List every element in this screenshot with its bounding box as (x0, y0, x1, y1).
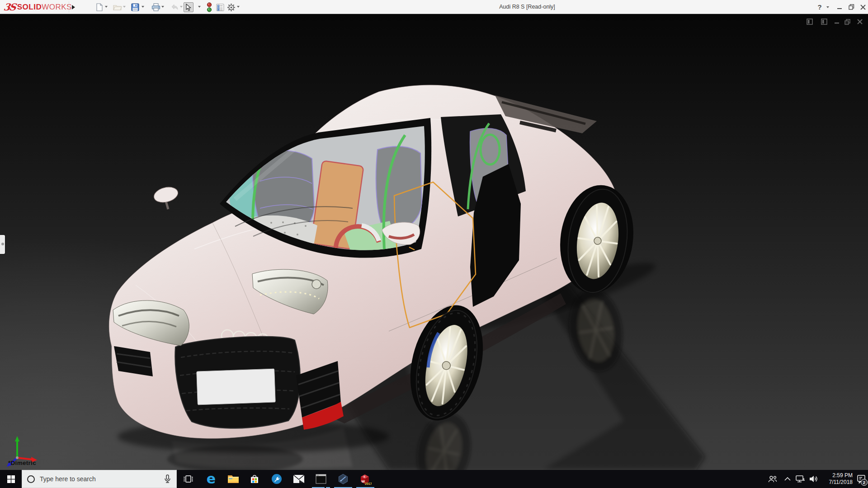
doc-minimize-icon (834, 19, 840, 24)
solidworks-logo-mark-icon: 3S (3, 1, 16, 13)
gear-icon (227, 3, 236, 12)
file-properties-button[interactable] (215, 2, 225, 12)
windows-logo-icon (7, 475, 15, 483)
network-button[interactable] (794, 470, 807, 488)
left-mirror (152, 185, 179, 209)
start-button[interactable] (0, 470, 22, 488)
edge-button[interactable]: e (200, 470, 222, 488)
restore-icon (849, 4, 854, 10)
doc-minimize-button[interactable] (833, 18, 841, 25)
open-document-button[interactable] (113, 2, 123, 12)
mail-button[interactable] (288, 470, 310, 488)
printer-icon (151, 3, 160, 11)
notification-count: 2 (863, 480, 865, 485)
brand-text-works: WORKS (42, 3, 72, 12)
people-button[interactable] (765, 470, 780, 488)
file-explorer-icon (227, 474, 239, 484)
undo-button[interactable] (170, 2, 179, 12)
solidworks-cube-icon: S W 2017 (359, 473, 372, 485)
rebuild-trafficlight-button[interactable] (204, 2, 214, 12)
save-floppy-icon (131, 3, 139, 11)
store-icon (249, 474, 260, 484)
featuremanager-collapsed-tab[interactable] (0, 235, 5, 254)
close-icon (860, 5, 866, 10)
document-title: Audi R8 S [Read-only] (482, 0, 572, 14)
graphics-viewport[interactable]: *Dimetric (0, 14, 868, 470)
new-document-icon (96, 3, 103, 11)
save-dropdown[interactable] (142, 6, 144, 8)
people-icon (768, 475, 778, 483)
titlebar: 3S SOLIDWORKS (0, 0, 868, 14)
taskbar-search[interactable] (22, 470, 177, 488)
show-panel-right-button[interactable] (820, 18, 828, 25)
svg-text:2017: 2017 (365, 482, 372, 485)
mail-icon (293, 474, 305, 483)
open-document-dropdown[interactable] (123, 6, 126, 8)
doc-close-button[interactable] (856, 18, 864, 25)
command-prompt-button[interactable]: C:\_ (310, 470, 332, 488)
close-button[interactable] (858, 0, 868, 14)
chevron-up-icon (784, 477, 791, 481)
new-document-button[interactable] (94, 2, 104, 12)
restore-button[interactable] (846, 0, 857, 14)
help-button[interactable]: ? (815, 0, 825, 14)
doc-restore-icon (844, 19, 851, 25)
license-plate (197, 369, 275, 405)
select-cursor-icon (185, 4, 192, 11)
notification-badge: 2 (861, 479, 868, 486)
store-button[interactable] (244, 470, 265, 488)
panel-left-icon (807, 19, 813, 25)
print-dropdown[interactable] (161, 6, 164, 8)
save-button[interactable] (130, 2, 140, 12)
panel-expand-icon (1, 243, 4, 245)
flyout-arrow-icon (71, 5, 75, 10)
panel-right-icon (821, 19, 827, 25)
minimize-button[interactable] (834, 0, 845, 14)
composer-button[interactable] (332, 470, 354, 488)
brand-text-solid: SOLID (17, 3, 42, 12)
search-input[interactable] (39, 475, 163, 483)
doc-close-icon (857, 19, 863, 24)
microphone-icon[interactable] (163, 474, 172, 484)
file-explorer-button[interactable] (222, 470, 244, 488)
svg-text:S: S (363, 475, 365, 478)
get-help-button[interactable] (266, 470, 288, 488)
solidworks-2017-button[interactable]: S W 2017 (354, 470, 376, 488)
print-button[interactable] (151, 2, 161, 12)
show-panel-left-button[interactable] (806, 18, 814, 25)
traffic-light-icon (207, 2, 212, 12)
view-orientation-label: *Dimetric (8, 460, 36, 466)
doc-restore-button[interactable] (844, 18, 852, 25)
open-folder-icon (113, 4, 122, 11)
taskbar-clock[interactable]: 2:59 PM 7/11/2018 (817, 470, 854, 488)
clock-time: 2:59 PM (832, 472, 853, 479)
command-prompt-icon (316, 474, 326, 484)
wrench-circle-icon (271, 474, 282, 484)
car-model-scene (0, 14, 868, 470)
tray-overflow-button[interactable] (782, 470, 793, 488)
edge-icon: e (207, 473, 216, 485)
task-view-button[interactable] (178, 470, 198, 488)
hexagon-app-icon (338, 474, 349, 484)
select-tool-button[interactable] (184, 2, 193, 12)
clock-date: 7/11/2018 (829, 479, 853, 486)
undo-dropdown[interactable] (180, 6, 183, 8)
select-tool-dropdown[interactable] (198, 6, 201, 8)
solidworks-logo: 3S SOLIDWORKS (4, 1, 72, 13)
options-dropdown[interactable] (237, 6, 240, 8)
cortana-icon (27, 475, 35, 483)
menu-flyout-button[interactable] (69, 1, 77, 13)
windows-taskbar: e C:\_ S W 2017 (0, 470, 868, 488)
options-button[interactable] (226, 2, 236, 12)
network-icon (795, 474, 805, 483)
solidworks-window: 3S SOLIDWORKS (0, 0, 868, 488)
minimize-icon (837, 5, 842, 10)
task-view-icon (183, 474, 193, 483)
undo-arrow-icon (170, 4, 179, 11)
help-dropdown[interactable] (826, 6, 829, 8)
properties-list-icon (216, 4, 224, 11)
action-center-button[interactable] (854, 470, 868, 488)
new-document-dropdown[interactable] (105, 6, 108, 8)
help-glyph: ? (817, 3, 821, 11)
